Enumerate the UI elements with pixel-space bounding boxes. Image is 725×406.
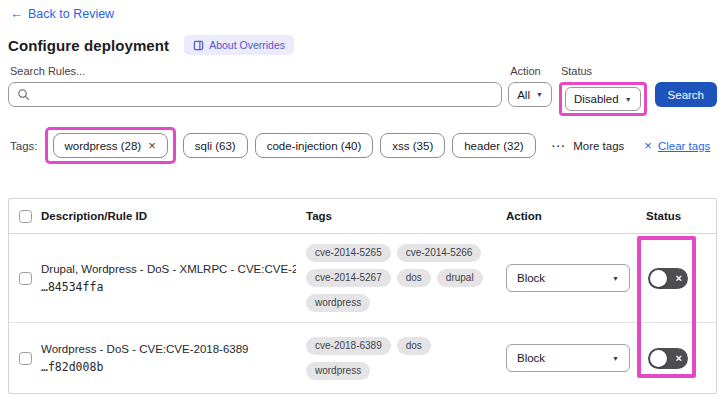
action-select[interactable]: Block ▼ — [506, 344, 630, 372]
back-to-review-link[interactable]: ← Back to Review — [10, 6, 114, 21]
back-link-label: Back to Review — [28, 7, 114, 21]
back-arrow-icon: ← — [10, 6, 23, 21]
clear-x-icon: × — [644, 138, 652, 153]
status-dropdown-highlight-box: Disabled ▼ — [559, 82, 647, 116]
clear-tags-label: Clear tags — [658, 140, 710, 152]
rule-id: …f82d008b — [41, 360, 296, 374]
search-icon — [17, 88, 30, 101]
toggle-off-x-icon: × — [676, 353, 682, 364]
about-overrides-label: About Overrides — [209, 39, 285, 51]
select-all-checkbox[interactable] — [19, 210, 32, 223]
action-select[interactable]: Block ▼ — [506, 264, 630, 292]
action-filter-label: Action — [510, 65, 552, 78]
rule-tags: cve-2018-6389 dos wordpress — [306, 337, 506, 380]
tag-pill: cve-2018-6389 — [306, 337, 391, 355]
tag-filter-label: wordpress (28) — [65, 140, 142, 152]
status-dropdown-value: Disabled — [574, 93, 619, 105]
row-checkbox[interactable] — [19, 352, 32, 365]
selected-tag-highlight-box: wordpress (28) × — [45, 127, 176, 164]
table-row: Drupal, Wordpress - DoS - XMLRPC - CVE:C… — [9, 234, 716, 323]
search-button[interactable]: Search — [655, 82, 717, 107]
clear-tags-link[interactable]: × Clear tags — [644, 138, 710, 153]
toggle-knob — [650, 350, 667, 367]
rule-tags: cve-2014-5265 cve-2014-5266 cve-2014-526… — [306, 244, 506, 312]
toggle-knob — [650, 270, 667, 287]
status-filter-label: Status — [561, 65, 647, 78]
column-header-description: Description/Rule ID — [41, 210, 306, 222]
table-row: Wordpress - DoS - CVE:CVE-2018-6389 …f82… — [9, 323, 716, 393]
rule-id: …84534ffa — [41, 280, 296, 294]
docs-book-icon — [193, 40, 204, 51]
tag-pill: dos — [397, 269, 431, 287]
action-dropdown-value: All — [517, 89, 530, 101]
chevron-down-icon: ▼ — [536, 91, 543, 98]
column-header-action: Action — [506, 210, 646, 222]
search-rules-label: Search Rules... — [10, 65, 502, 78]
tag-filter-wordpress[interactable]: wordpress (28) × — [53, 133, 168, 158]
more-tags-button[interactable]: ··· More tags — [552, 140, 625, 152]
column-header-tags: Tags — [306, 210, 506, 222]
rules-table: Description/Rule ID Tags Action Status D… — [8, 198, 717, 394]
action-select-value: Block — [517, 352, 545, 364]
action-select-value: Block — [517, 272, 545, 284]
chevron-down-icon: ▼ — [612, 355, 619, 362]
status-dropdown[interactable]: Disabled ▼ — [565, 87, 641, 111]
tag-filter-sqli[interactable]: sqli (63) — [183, 133, 248, 158]
tags-bar: Tags: wordpress (28) × sqli (63) code-in… — [10, 127, 717, 164]
toggle-off-x-icon: × — [676, 273, 682, 284]
table-header-row: Description/Rule ID Tags Action Status — [9, 199, 716, 234]
tag-pill: wordpress — [306, 294, 370, 312]
tag-pill: cve-2014-5266 — [397, 244, 482, 262]
tag-pill: wordpress — [306, 362, 370, 380]
filter-bar: Search Rules... Action All ▼ Status Disa… — [8, 65, 717, 116]
tags-label: Tags: — [10, 140, 38, 152]
tag-pill: cve-2014-5265 — [306, 244, 391, 262]
about-overrides-button[interactable]: About Overrides — [184, 35, 294, 55]
remove-tag-icon[interactable]: × — [148, 139, 156, 152]
configure-deployment-page: ← Back to Review Configure deployment Ab… — [0, 0, 725, 406]
tag-pill: cve-2014-5267 — [306, 269, 391, 287]
tag-filter-code-injection[interactable]: code-injection (40) — [255, 133, 374, 158]
chevron-down-icon: ▼ — [612, 275, 619, 282]
rule-description: Drupal, Wordpress - DoS - XMLRPC - CVE:C… — [41, 263, 296, 275]
ellipsis-icon: ··· — [552, 140, 567, 152]
status-toggle[interactable]: × — [648, 268, 688, 289]
rule-description: Wordpress - DoS - CVE:CVE-2018-6389 — [41, 343, 296, 355]
title-row: Configure deployment About Overrides — [8, 35, 725, 55]
search-input[interactable] — [8, 82, 502, 107]
tag-filter-header[interactable]: header (32) — [452, 133, 535, 158]
action-dropdown[interactable]: All ▼ — [508, 82, 552, 107]
column-header-status: Status — [646, 210, 716, 222]
status-toggle[interactable]: × — [648, 348, 688, 369]
chevron-down-icon: ▼ — [625, 96, 632, 103]
row-checkbox[interactable] — [19, 272, 32, 285]
more-tags-label: More tags — [573, 140, 624, 152]
page-title: Configure deployment — [8, 37, 169, 54]
tag-filter-xss[interactable]: xss (35) — [380, 133, 445, 158]
tag-pill: drupal — [437, 269, 483, 287]
tag-pill: dos — [397, 337, 431, 355]
